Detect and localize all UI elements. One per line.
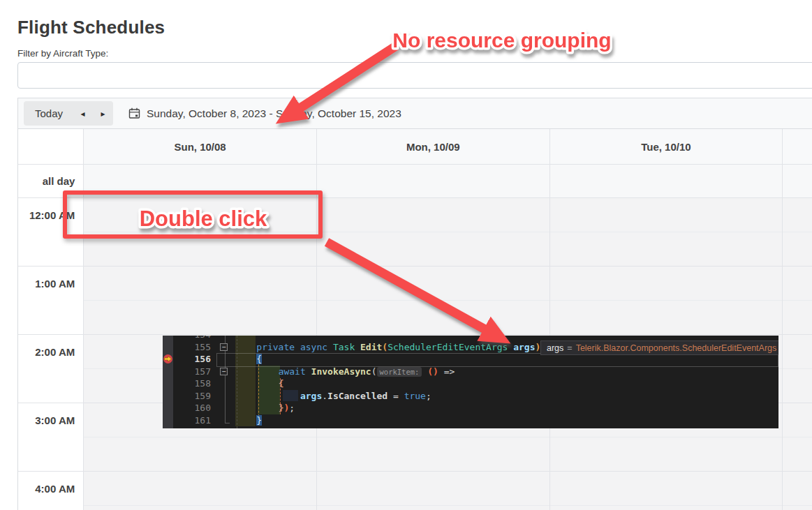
line-number: 157 bbox=[173, 366, 211, 378]
code-line: 161 } bbox=[163, 414, 778, 427]
prev-button[interactable]: ◂ bbox=[73, 101, 93, 126]
code-text: { bbox=[235, 377, 283, 390]
scheduler-cell[interactable] bbox=[549, 267, 783, 334]
navigation-button-group: Today ◂ ▸ bbox=[24, 101, 113, 126]
scheduler-cell[interactable] bbox=[782, 198, 812, 266]
hour-row: 4:00 AM bbox=[18, 471, 812, 510]
line-number: 158 bbox=[173, 377, 211, 390]
scheduler-cell[interactable] bbox=[316, 198, 549, 266]
code-text: }); bbox=[235, 402, 295, 414]
filter-label: Filter by Aircraft Type: bbox=[17, 48, 108, 59]
chevron-left-icon: ◂ bbox=[81, 109, 85, 119]
scheduler: Today ◂ ▸ Sunday, October 8, 2023 - Sund… bbox=[17, 98, 812, 510]
code-line: 160 }); bbox=[163, 402, 778, 414]
page-title: Flight Schedules bbox=[17, 17, 165, 38]
page: { "page": { "title": "Flight Schedules" … bbox=[0, 0, 812, 510]
time-label: 1:00 AM bbox=[18, 267, 83, 301]
day-header-mon: Mon, 10/09 bbox=[316, 129, 549, 164]
scheduler-cell[interactable] bbox=[782, 165, 812, 197]
scheduler-toolbar: Today ◂ ▸ Sunday, October 8, 2023 - Sund… bbox=[18, 98, 812, 129]
code-text: } bbox=[235, 414, 262, 427]
line-number: 154 bbox=[173, 336, 211, 341]
time-label: 3:00 AM bbox=[18, 403, 83, 437]
annotation-rectangle bbox=[63, 190, 323, 239]
day-header-sun: Sun, 10/08 bbox=[83, 129, 316, 164]
scheduler-header-row: Sun, 10/08 Mon, 10/09 Tue, 10/10 bbox=[18, 129, 812, 165]
scheduler-cell[interactable] bbox=[549, 472, 783, 510]
tooltip-operator: = bbox=[567, 343, 572, 353]
tooltip-value: Telerik.Blazor.Components.SchedulerEditE… bbox=[576, 343, 777, 353]
time-label: 4:00 AM bbox=[18, 472, 83, 506]
next-button[interactable]: ▸ bbox=[93, 101, 113, 126]
code-line: 162 bbox=[163, 426, 778, 428]
scheduler-cell[interactable] bbox=[549, 198, 783, 266]
scheduler-cell[interactable] bbox=[782, 403, 812, 471]
collapse-icon: − bbox=[220, 368, 228, 375]
code-text: await InvokeAsync(workItem: () => bbox=[235, 366, 455, 379]
scheduler-cell[interactable] bbox=[316, 267, 549, 334]
day-header-next bbox=[782, 129, 812, 164]
aircraft-type-filter-input[interactable] bbox=[17, 62, 812, 89]
code-line: 158 { bbox=[163, 377, 778, 390]
scheduler-cell[interactable] bbox=[782, 472, 812, 510]
scheduler-cell[interactable] bbox=[782, 335, 812, 403]
day-header-tue: Tue, 10/10 bbox=[549, 129, 783, 164]
scheduler-corner-cell bbox=[18, 129, 83, 164]
code-text: private async Task Edit(SchedulerEditEve… bbox=[235, 341, 540, 354]
scheduler-cell[interactable] bbox=[316, 165, 549, 197]
line-number: 155 bbox=[173, 341, 211, 354]
breakpoint-gutter bbox=[163, 336, 173, 428]
code-editor-screenshot: 154155− private async Task Edit(Schedule… bbox=[163, 336, 778, 428]
scheduler-cell[interactable] bbox=[83, 267, 316, 334]
tooltip-variable: args bbox=[547, 343, 563, 353]
line-number: 156 bbox=[173, 353, 211, 366]
time-label: 2:00 AM bbox=[18, 335, 83, 369]
code-line: 157− await InvokeAsync(workItem: () => bbox=[163, 366, 778, 378]
line-number: 160 bbox=[173, 402, 211, 414]
line-number: 161 bbox=[173, 414, 211, 427]
breakpoint-current-statement-icon bbox=[163, 354, 173, 367]
scheduler-cell[interactable] bbox=[549, 165, 783, 197]
calendar-icon bbox=[128, 107, 140, 119]
code-line: 159 args.IsCancelled = true; bbox=[163, 390, 778, 403]
hour-row: 1:00 AM bbox=[18, 266, 812, 334]
collapse-icon: − bbox=[220, 343, 228, 351]
scheduler-cell[interactable] bbox=[83, 472, 316, 510]
scheduler-cell[interactable] bbox=[782, 267, 812, 334]
today-button[interactable]: Today bbox=[24, 107, 73, 119]
line-number: 162 bbox=[173, 426, 211, 428]
annotation-text-grouping: No resource grouping bbox=[392, 29, 611, 52]
debug-data-tooltip: args=Telerik.Blazor.Components.Scheduler… bbox=[540, 340, 778, 355]
code-text: { bbox=[235, 353, 262, 366]
chevron-right-icon: ▸ bbox=[101, 109, 105, 119]
line-number: 159 bbox=[173, 390, 211, 403]
date-range-label: Sunday, October 8, 2023 - Sunday, Octobe… bbox=[147, 107, 401, 120]
code-text: args.IsCancelled = true; bbox=[235, 390, 431, 403]
scheduler-cell[interactable] bbox=[316, 472, 549, 510]
